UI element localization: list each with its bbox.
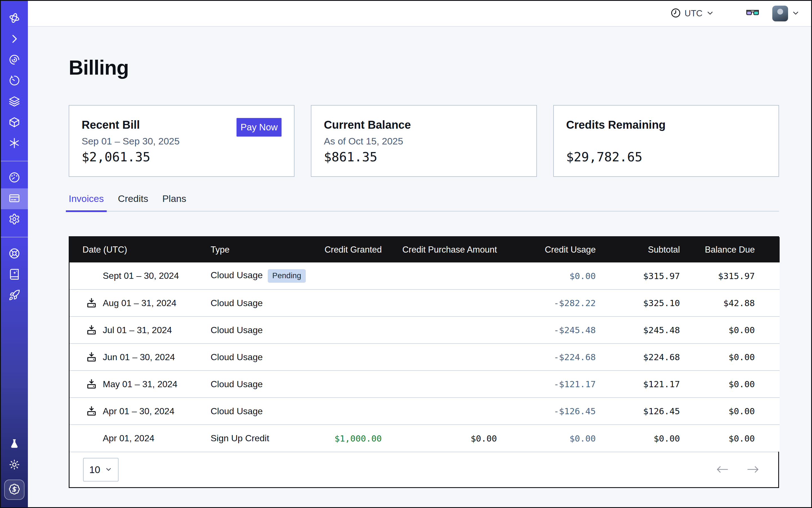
credit-granted-value xyxy=(306,316,382,344)
timer-icon xyxy=(8,75,20,88)
credit-purchase-value xyxy=(382,262,500,290)
invoice-type: Cloud Usage xyxy=(211,325,263,335)
download-invoice-button[interactable] xyxy=(86,406,97,417)
badge-dollar-icon xyxy=(8,483,20,496)
gear-icon xyxy=(8,213,20,226)
subtotal-value: $325.10 xyxy=(596,290,683,316)
invoice-date: May 01 – 31, 2024 xyxy=(103,379,177,389)
invoice-date: Apr 01 – 30, 2024 xyxy=(103,406,174,416)
sidebar-divider xyxy=(1,161,28,161)
glasses-icon[interactable] xyxy=(746,8,759,19)
sidebar-item-support[interactable] xyxy=(1,244,28,264)
page-size-select[interactable]: 10 xyxy=(83,458,119,481)
sidebar-item-getting-started[interactable] xyxy=(1,285,28,306)
sidebar-item-credits-offer[interactable] xyxy=(4,479,25,500)
current-balance-amount: $861.35 xyxy=(324,150,524,164)
app-window: UTC Billing xyxy=(0,0,812,508)
chevron-down-icon[interactable] xyxy=(792,9,800,18)
avatar[interactable] xyxy=(772,6,788,22)
table-row: Apr 01 – 30, 2024 Cloud Usage -$126.45 $… xyxy=(70,397,780,425)
credit-card-icon xyxy=(8,192,20,205)
logo[interactable] xyxy=(1,8,28,29)
timezone-selector[interactable]: UTC xyxy=(670,8,714,19)
download-invoice-button[interactable] xyxy=(86,378,97,390)
sidebar-item-docs[interactable] xyxy=(1,264,28,285)
topbar: UTC xyxy=(28,1,811,27)
next-page-button[interactable] xyxy=(747,465,760,475)
current-balance-card: Current Balance As of Oct 15, 2025 $861.… xyxy=(311,105,537,177)
card-subtitle: As of Oct 15, 2025 xyxy=(324,136,524,147)
col-header-date: Date (UTC) xyxy=(70,237,210,262)
table-row: Jul 01 – 31, 2024 Cloud Usage -$245.48 $… xyxy=(70,316,780,344)
card-title: Credits Remaining xyxy=(566,119,766,131)
table-row: Jun 01 – 30, 2024 Cloud Usage -$224.68 $… xyxy=(70,344,780,371)
sidebar-item-billing[interactable] xyxy=(1,188,28,209)
table-row: Apr 01, 2024 Sign Up Credit $1,000.00 $0… xyxy=(70,425,780,452)
timezone-label: UTC xyxy=(684,8,702,18)
sidebar-item-packages[interactable] xyxy=(1,112,28,133)
download-invoice-button[interactable] xyxy=(86,351,97,363)
summary-cards: Recent Bill Sep 01 – Sep 30, 2025 $2,061… xyxy=(69,105,779,177)
sidebar-item-settings[interactable] xyxy=(1,209,28,230)
credit-purchase-value xyxy=(382,344,500,371)
download-invoice-button[interactable] xyxy=(86,325,97,336)
credit-granted-value xyxy=(306,344,382,371)
credit-purchase-value: $0.00 xyxy=(382,425,500,452)
download-invoice-button[interactable] xyxy=(86,297,97,309)
table-row: Sept 01 – 30, 2024 Cloud UsagePending $0… xyxy=(70,262,780,290)
cube-icon xyxy=(8,116,20,129)
credit-usage-value: -$126.45 xyxy=(500,397,596,425)
invoice-date: Jun 01 – 30, 2024 xyxy=(103,352,175,362)
credit-granted-value xyxy=(306,262,382,290)
billing-page: Billing Recent Bill Sep 01 – Sep 30, 202… xyxy=(28,27,811,508)
subtotal-value: $121.17 xyxy=(596,371,683,397)
sidebar-divider xyxy=(1,237,28,238)
page-title: Billing xyxy=(69,56,779,79)
orbit-logo-icon xyxy=(8,12,20,25)
credit-purchase-value xyxy=(382,316,500,344)
sidebar-item-labs[interactable] xyxy=(1,434,28,455)
table-header-row: Date (UTC) Type Credit Granted Credit Pu… xyxy=(70,237,780,262)
recent-bill-amount: $2,061.35 xyxy=(82,150,282,164)
credit-granted-value xyxy=(306,371,382,397)
status-badge: Pending xyxy=(268,269,306,283)
invoice-type: Cloud Usage xyxy=(211,352,263,362)
credits-remaining-amount: $29,782.65 xyxy=(566,150,766,164)
pay-now-button[interactable]: Pay Now xyxy=(237,118,282,136)
subtotal-value: $224.68 xyxy=(596,344,683,371)
sidebar-item-services[interactable] xyxy=(1,133,28,154)
credit-purchase-value xyxy=(382,397,500,425)
arrow-right-icon xyxy=(747,465,760,475)
page-size-value: 10 xyxy=(89,464,100,475)
rocket-icon xyxy=(8,289,20,302)
credit-purchase-value xyxy=(382,290,500,316)
sidebar-item-collapse[interactable] xyxy=(1,29,28,50)
iris-icon xyxy=(8,54,20,67)
col-header-type: Type xyxy=(210,237,306,262)
credits-remaining-card: Credits Remaining $29,782.65 xyxy=(553,105,779,177)
tab-invoices[interactable]: Invoices xyxy=(66,193,107,211)
chevron-right-icon xyxy=(8,33,20,46)
sidebar-item-history[interactable] xyxy=(1,71,28,91)
credit-purchase-value xyxy=(382,371,500,397)
sidebar xyxy=(1,1,28,507)
sidebar-item-layers[interactable] xyxy=(1,91,28,112)
sidebar-item-theme[interactable] xyxy=(1,455,28,476)
tab-plans[interactable]: Plans xyxy=(159,193,189,211)
balance-due-value: $0.00 xyxy=(683,397,780,425)
col-header-balance-due: Balance Due xyxy=(683,237,780,262)
invoice-type: Sign Up Credit xyxy=(211,433,269,443)
col-header-credit-purchase: Credit Purchase Amount xyxy=(382,237,500,262)
flask-icon xyxy=(8,438,20,451)
sidebar-item-observability[interactable] xyxy=(1,50,28,71)
col-header-credit-granted: Credit Granted xyxy=(306,237,382,262)
prev-page-button[interactable] xyxy=(716,465,729,475)
sidebar-item-usage[interactable] xyxy=(1,168,28,188)
invoice-type: Cloud Usage xyxy=(211,379,263,389)
tab-credits[interactable]: Credits xyxy=(115,193,151,211)
subtotal-value: $245.48 xyxy=(596,316,683,344)
invoice-date: Sept 01 – 30, 2024 xyxy=(103,270,179,281)
credit-granted-value xyxy=(306,397,382,425)
invoices-table: Date (UTC) Type Credit Granted Credit Pu… xyxy=(69,236,779,488)
chevron-down-icon xyxy=(105,464,112,475)
